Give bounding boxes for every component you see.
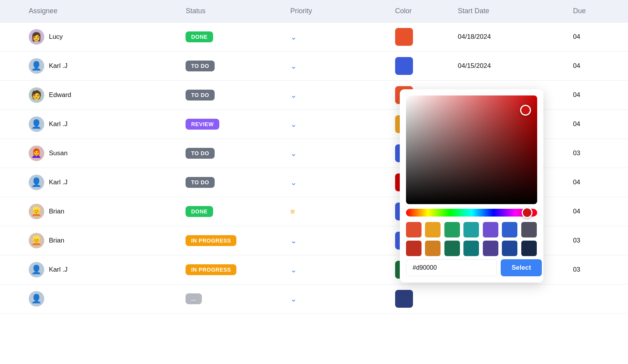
row-check-cell [0,110,21,139]
due-value: 04 [573,33,580,40]
color-cell[interactable] [387,52,450,81]
assignee-name: Karl .J [49,266,68,274]
color-cell[interactable] [387,284,450,314]
color-swatch[interactable] [395,290,413,308]
preset-color-swatch[interactable] [521,222,537,237]
due-value: 04 [573,208,580,215]
assignee-name: Karl .J [49,120,68,128]
priority-cell[interactable]: ⌄ [283,81,387,110]
assignee-cell: 👤 [21,284,178,314]
priority-chevron-icon[interactable]: ⌄ [290,33,297,41]
preset-color-swatch[interactable] [444,222,460,237]
table-header-row: Assignee Status Priority Color Start Dat… [0,0,628,23]
status-cell: IN PROGRESS [178,226,283,255]
due-cell: 03 [565,255,628,284]
preset-color-swatch[interactable] [444,241,460,256]
priority-cell[interactable]: ⌄ [283,284,387,314]
preset-color-swatch[interactable] [463,222,479,237]
assignee-cell: 👩‍🦰 Susan [21,139,178,168]
row-check-cell [0,197,21,226]
preset-color-swatch[interactable] [425,241,441,256]
avatar: 👱 [29,204,44,219]
row-check-cell [0,255,21,284]
startdate-value: 04/15/2024 [458,62,491,69]
due-cell: 04 [565,110,628,139]
avatar: 👤 [29,58,44,74]
row-check-cell [0,23,21,52]
col-color-header: Color [387,0,450,23]
color-hex-input[interactable] [406,259,497,276]
preset-color-swatch[interactable] [425,222,441,237]
priority-cell[interactable]: ⌄ [283,110,387,139]
color-swatch[interactable] [395,28,413,46]
due-cell: 04 [565,168,628,197]
status-badge: TO DO [186,148,215,159]
status-cell: TO DO [178,81,283,110]
preset-color-swatch[interactable] [463,241,479,256]
priority-chevron-icon[interactable]: ⌄ [290,178,297,187]
priority-chevron-icon[interactable]: ⌄ [290,120,297,128]
priority-cell[interactable]: ⌄ [283,255,387,284]
priority-chevron-icon[interactable]: ⌄ [290,91,297,99]
assignee-cell: 👤 Karl .J [21,168,178,197]
status-cell: TO DO [178,168,283,197]
due-cell: 04 [565,197,628,226]
preset-color-swatch[interactable] [483,241,498,256]
status-cell: IN PROGRESS [178,255,283,284]
assignee-name: Brian [49,237,64,244]
status-badge: ... [186,293,201,304]
assignee-name: Karl .J [49,62,68,70]
preset-color-swatch[interactable] [502,222,517,237]
hue-slider[interactable] [406,209,537,217]
preset-color-swatch[interactable] [502,241,517,256]
due-cell: 03 [565,226,628,255]
assignee-cell: 👤 Karl .J [21,110,178,139]
priority-chevron-icon[interactable]: ⌄ [290,236,297,245]
avatar: 👱 [29,233,44,248]
preset-color-swatch[interactable] [521,241,537,256]
preset-row-1 [406,222,537,237]
table-row: 👤 Karl .J TO DO⌄04/15/202404 [0,52,628,81]
color-gradient-handle[interactable] [520,105,531,116]
due-value: 03 [573,266,580,273]
row-check-cell [0,284,21,314]
status-cell: ... [178,284,283,314]
assignee-name: Susan [49,149,68,157]
priority-chevron-icon[interactable]: ⌄ [290,295,297,303]
priority-cell[interactable]: ⌄ [283,23,387,52]
priority-menu-icon[interactable]: ≡ [290,207,295,216]
color-swatch[interactable] [395,57,413,75]
due-value: 04 [573,91,580,99]
preset-color-swatch[interactable] [483,222,498,237]
priority-cell[interactable]: ⌄ [283,139,387,168]
color-picker-popup: Select [400,89,543,283]
status-cell: DONE [178,23,283,52]
status-badge: REVIEW [186,119,219,130]
assignee-name: Edward [49,91,71,99]
priority-chevron-icon[interactable]: ⌄ [290,265,297,274]
status-badge: TO DO [186,61,215,71]
status-badge: IN PROGRESS [186,235,236,246]
status-cell: TO DO [178,139,283,168]
priority-cell[interactable]: ≡ [283,197,387,226]
priority-cell[interactable]: ⌄ [283,52,387,81]
assignee-cell: 👤 Karl .J [21,52,178,81]
due-cell: 04 [565,52,628,81]
row-check-cell [0,226,21,255]
color-gradient-area[interactable] [406,95,537,204]
hue-handle[interactable] [522,207,533,218]
startdate-cell: 04/15/2024 [450,52,566,81]
select-button[interactable]: Select [501,259,542,276]
table-row: 👤 ...⌄ [0,284,628,314]
preset-color-swatch[interactable] [406,241,422,256]
table-container: Assignee Status Priority Color Start Dat… [0,0,628,364]
startdate-value: 04/18/2024 [458,33,491,40]
preset-color-swatch[interactable] [406,222,422,237]
color-cell[interactable] [387,23,450,52]
priority-chevron-icon[interactable]: ⌄ [290,62,297,70]
priority-cell[interactable]: ⌄ [283,168,387,197]
priority-chevron-icon[interactable]: ⌄ [290,149,297,158]
due-value: 04 [573,62,580,69]
row-check-cell [0,139,21,168]
priority-cell[interactable]: ⌄ [283,226,387,255]
